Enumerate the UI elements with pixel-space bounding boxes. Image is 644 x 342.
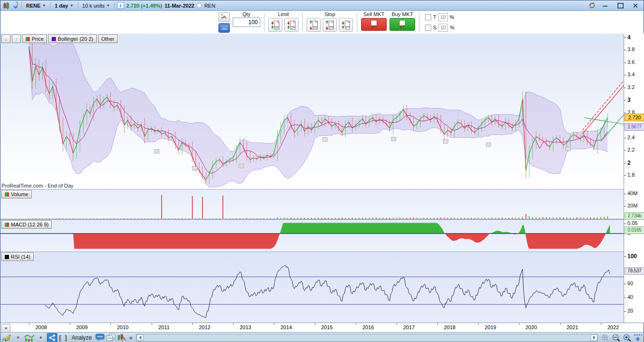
quantity-input[interactable] bbox=[233, 18, 260, 27]
zoom-fit-button[interactable] bbox=[600, 333, 610, 342]
trailing-stop-button[interactable] bbox=[339, 18, 353, 32]
scroll-right-button[interactable] bbox=[590, 334, 598, 341]
collapse-panel-icon bbox=[634, 334, 642, 342]
other-indicator-button[interactable]: Other bbox=[98, 35, 118, 43]
green-up-arrow-icon: ↑ bbox=[15, 36, 18, 42]
axis-tick-label: 3.6 bbox=[627, 59, 635, 65]
info-icon[interactable]: i bbox=[117, 2, 124, 9]
symbol-dropdown[interactable]: RENE ▼ bbox=[24, 2, 48, 9]
axis-tick-label: 20 bbox=[627, 308, 633, 314]
x-axis-tick bbox=[152, 323, 152, 325]
axis-tick-label: 40M bbox=[627, 190, 637, 196]
rsi-button-label: RSI (14) bbox=[11, 254, 30, 260]
limit-order-button[interactable] bbox=[268, 18, 282, 32]
x-axis-year-label: 2008 bbox=[32, 324, 51, 330]
brackets-icon: [ ] bbox=[59, 334, 68, 341]
stop-order-modify-button[interactable] bbox=[323, 18, 337, 32]
price-indicator-button[interactable]: Price bbox=[22, 35, 47, 43]
axis-tick-label: 3.2 bbox=[627, 84, 635, 90]
left-arrow-icon bbox=[139, 336, 142, 339]
axis-tick bbox=[624, 150, 626, 151]
order-settings-button[interactable] bbox=[218, 12, 230, 22]
workspaces-button[interactable] bbox=[106, 333, 116, 342]
zoom-in-button[interactable] bbox=[622, 333, 632, 342]
trading-settings-button[interactable] bbox=[117, 333, 127, 342]
qty-label: Qty bbox=[242, 11, 250, 18]
buy-arrow-button[interactable]: ↑ bbox=[12, 35, 21, 43]
units-label: 10 k units bbox=[82, 3, 105, 9]
bottom-toolbar: ▼ ▼ [ ] Analyze bbox=[0, 332, 644, 342]
event-marker-icon[interactable] bbox=[323, 138, 327, 142]
timeframe-dropdown[interactable]: 1 day ▼ bbox=[53, 2, 75, 9]
event-marker-icon[interactable] bbox=[391, 137, 396, 141]
axis-tick-label: 40 bbox=[627, 294, 633, 300]
rsi-indicator-button[interactable]: RSI (14) bbox=[1, 252, 34, 261]
draw-tools-button[interactable] bbox=[1, 333, 12, 342]
trailing-percent-input[interactable]: 10 bbox=[438, 13, 448, 21]
bollinger-series-icon bbox=[52, 37, 56, 41]
market-status-icon bbox=[197, 3, 202, 8]
x-axis-year-label: 2021 bbox=[563, 324, 582, 330]
axis-tick bbox=[624, 163, 626, 163]
collapse-panel-button[interactable] bbox=[633, 333, 643, 342]
zoom-selection-button[interactable]: [ ] bbox=[59, 333, 68, 342]
sell-market-button[interactable] bbox=[361, 18, 387, 31]
share-icon bbox=[48, 334, 56, 342]
axis-tick-label: 4 bbox=[627, 34, 631, 41]
refresh-icon[interactable] bbox=[588, 1, 596, 9]
separator bbox=[419, 13, 419, 32]
axis-tick-label: 3.4 bbox=[627, 72, 635, 77]
x-axis-year-label: 2022 bbox=[604, 324, 623, 330]
draw-tools-dropdown[interactable]: ▼ bbox=[13, 333, 23, 342]
units-dropdown[interactable]: 10 k units ▼ bbox=[81, 2, 112, 9]
price-axis[interactable]: 43.83.63.43.232.82.42.221.840M20M0.05010… bbox=[624, 34, 644, 323]
axis-tick-label: 0.05 bbox=[627, 220, 637, 226]
chart-canvas[interactable] bbox=[0, 34, 624, 323]
stop-order-button[interactable] bbox=[307, 18, 321, 32]
stop-percent-input[interactable]: 10 bbox=[438, 24, 448, 32]
limit-order-modify-button[interactable] bbox=[284, 18, 299, 32]
minimize-button[interactable] bbox=[599, 2, 611, 9]
stop-order-edit-icon bbox=[325, 20, 335, 30]
share-button[interactable] bbox=[47, 333, 57, 342]
collapse-toolbar-button[interactable]: « bbox=[128, 334, 134, 341]
stop-checkbox[interactable] bbox=[425, 25, 431, 31]
x-axis-year-label: 2011 bbox=[154, 324, 173, 330]
bollinger-indicator-button[interactable]: Bollinger (20 2) bbox=[48, 35, 97, 43]
event-marker-icon[interactable] bbox=[154, 150, 159, 153]
close-button[interactable]: ✕ bbox=[629, 2, 642, 9]
zoom-in-icon bbox=[622, 333, 632, 342]
volume-series bbox=[0, 195, 624, 219]
red-down-arrow-icon: ↓ bbox=[5, 36, 7, 42]
event-marker-icon[interactable] bbox=[486, 143, 491, 146]
chevron-down-icon: ▼ bbox=[107, 4, 110, 7]
time-axis[interactable]: « 20082009201020112012201320142015201620… bbox=[0, 323, 644, 333]
axis-tick-label: 1.8 bbox=[627, 172, 635, 178]
virtual-keyboard-button[interactable] bbox=[218, 23, 230, 33]
year-labels: 2008200920102011201220132014201520162017… bbox=[0, 323, 623, 333]
event-marker-icon[interactable] bbox=[443, 140, 448, 144]
axis-tick bbox=[624, 194, 626, 194]
axis-tick-label: 2 bbox=[627, 160, 631, 166]
rsi-axis-label: 78.537 bbox=[625, 267, 644, 275]
indicators-dropdown[interactable]: ▼ bbox=[36, 333, 45, 342]
trailing-checkbox[interactable] bbox=[425, 14, 431, 20]
event-marker-icon[interactable] bbox=[566, 147, 571, 151]
x-axis-year-label: 2017 bbox=[399, 324, 418, 330]
chat-button[interactable] bbox=[95, 333, 105, 342]
sell-arrow-button[interactable]: ↓ bbox=[1, 35, 10, 43]
scroll-left-button[interactable] bbox=[136, 334, 144, 341]
event-marker-icon[interactable] bbox=[192, 166, 197, 170]
zoom-out-button[interactable] bbox=[611, 333, 621, 342]
macd-indicator-button[interactable]: MACD (12 26 9) bbox=[1, 220, 52, 229]
indicators-button[interactable] bbox=[24, 333, 35, 342]
x-axis-year-label: 2018 bbox=[440, 324, 459, 330]
link-pin-icon[interactable] bbox=[12, 1, 19, 9]
volume-indicator-button[interactable]: Volume bbox=[1, 190, 32, 198]
buy-market-button[interactable] bbox=[390, 18, 415, 31]
event-marker-icon[interactable] bbox=[239, 164, 244, 168]
horizontal-scrollbar[interactable] bbox=[136, 334, 598, 342]
maximize-button[interactable] bbox=[614, 2, 626, 9]
analyze-label[interactable]: Analyze bbox=[70, 334, 94, 341]
buy-page-icon bbox=[398, 20, 407, 28]
